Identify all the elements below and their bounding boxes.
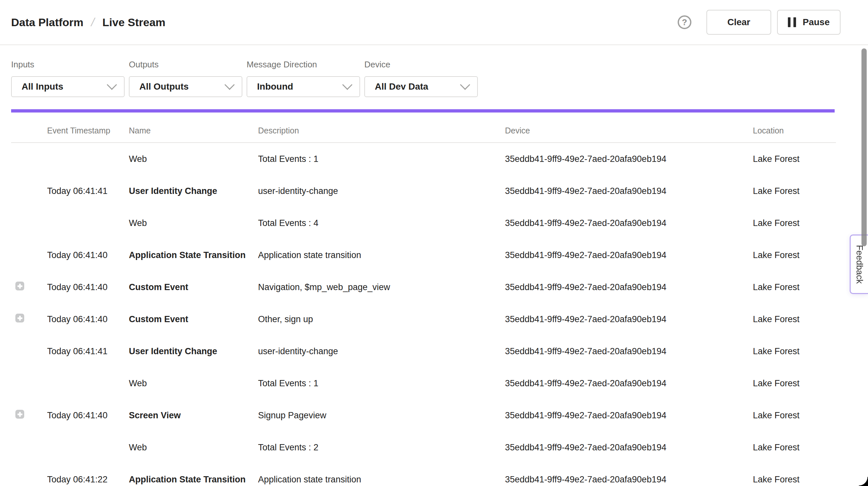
cell-name: Custom Event xyxy=(129,282,258,293)
cell-name: Web xyxy=(129,154,258,164)
cell-description: Application state transition xyxy=(258,250,505,260)
feedback-tab-label: Feedback xyxy=(854,245,864,284)
cell-description: Total Events : 2 xyxy=(258,443,505,453)
event-table: Event Timestamp Name Description Device … xyxy=(11,113,836,486)
cell-name: Application State Transition xyxy=(129,475,258,485)
table-row[interactable]: Today 06:41:40 Screen View Signup Pagevi… xyxy=(11,399,836,431)
chevron-down-icon xyxy=(342,80,352,90)
cell-name: Application State Transition xyxy=(129,250,258,260)
breadcrumb-separator: / xyxy=(90,16,96,29)
table-row[interactable]: Today 06:41:41 User Identity Change user… xyxy=(11,175,836,207)
cell-device: 35eddb41-9ff9-49e2-7aed-20afa90eb194 xyxy=(505,218,753,228)
cell-description: Total Events : 1 xyxy=(258,154,505,164)
cell-name: Screen View xyxy=(129,411,258,421)
cell-timestamp: Today 06:41:22 xyxy=(47,475,129,485)
column-description: Description xyxy=(258,126,505,135)
device-dropdown[interactable]: All Dev Data xyxy=(364,76,478,97)
clear-button[interactable]: Clear xyxy=(707,10,771,35)
expand-button[interactable] xyxy=(16,314,24,323)
cell-location: Lake Forest xyxy=(753,250,836,260)
cell-device: 35eddb41-9ff9-49e2-7aed-20afa90eb194 xyxy=(505,282,753,293)
expand-button[interactable] xyxy=(16,282,24,291)
dropdown-value: Inbound xyxy=(257,82,293,92)
table-row[interactable]: Today 06:41:40 Application State Transit… xyxy=(11,239,836,271)
event-table-body: Web Total Events : 1 35eddb41-9ff9-49e2-… xyxy=(11,143,836,486)
filter-device: Device All Dev Data xyxy=(364,60,478,97)
table-row[interactable]: Web Total Events : 1 35eddb41-9ff9-49e2-… xyxy=(11,367,836,399)
cell-location: Lake Forest xyxy=(753,186,836,196)
expand-button[interactable] xyxy=(16,410,24,419)
cell-description: Total Events : 4 xyxy=(258,218,505,228)
table-row[interactable]: Web Total Events : 4 35eddb41-9ff9-49e2-… xyxy=(11,207,836,239)
cell-description: Signup Pageview xyxy=(258,411,505,421)
clear-button-label: Clear xyxy=(727,17,750,28)
column-name: Name xyxy=(129,126,258,135)
page-title: Live Stream xyxy=(102,16,165,29)
vertical-scrollbar-thumb[interactable] xyxy=(862,49,867,246)
cell-name: Web xyxy=(129,443,258,453)
cell-description: user-identity-change xyxy=(258,346,505,357)
outputs-dropdown[interactable]: All Outputs xyxy=(129,76,242,97)
cell-description: Navigation, $mp_web_page_view xyxy=(258,282,505,293)
column-device: Device xyxy=(505,126,753,135)
cell-device: 35eddb41-9ff9-49e2-7aed-20afa90eb194 xyxy=(505,411,753,421)
pause-button-label: Pause xyxy=(803,17,830,28)
filter-inputs: Inputs All Inputs xyxy=(11,60,125,97)
cell-location: Lake Forest xyxy=(753,378,836,389)
cell-timestamp: Today 06:41:40 xyxy=(47,250,129,260)
cell-timestamp: Today 06:41:41 xyxy=(47,186,129,196)
cell-device: 35eddb41-9ff9-49e2-7aed-20afa90eb194 xyxy=(505,186,753,196)
top-actions: ? Clear Pause xyxy=(678,10,840,35)
table-row[interactable]: Today 06:41:40 Custom Event Other, sign … xyxy=(11,303,836,335)
top-bar: Data Platform / Live Stream ? Clear Paus… xyxy=(0,0,868,45)
table-row[interactable]: Web Total Events : 1 35eddb41-9ff9-49e2-… xyxy=(11,143,836,175)
cell-location: Lake Forest xyxy=(753,346,836,357)
cell-location: Lake Forest xyxy=(753,154,836,164)
cell-device: 35eddb41-9ff9-49e2-7aed-20afa90eb194 xyxy=(505,250,753,260)
cell-device: 35eddb41-9ff9-49e2-7aed-20afa90eb194 xyxy=(505,346,753,357)
filter-label: Outputs xyxy=(129,60,242,70)
column-event-timestamp: Event Timestamp xyxy=(47,126,129,135)
table-header-row: Event Timestamp Name Description Device … xyxy=(11,113,836,143)
cell-timestamp: Today 06:41:40 xyxy=(47,282,129,293)
live-stream-progress-bar xyxy=(11,109,835,113)
breadcrumb-section[interactable]: Data Platform xyxy=(11,16,84,29)
filter-label: Inputs xyxy=(11,60,125,70)
cell-description: Total Events : 1 xyxy=(258,378,505,389)
chevron-down-icon xyxy=(460,80,470,90)
message-direction-dropdown[interactable]: Inbound xyxy=(247,76,360,97)
cell-location: Lake Forest xyxy=(753,411,836,421)
chevron-down-icon xyxy=(224,80,235,90)
cell-location: Lake Forest xyxy=(753,475,836,485)
cell-device: 35eddb41-9ff9-49e2-7aed-20afa90eb194 xyxy=(505,154,753,164)
pause-icon xyxy=(788,17,796,27)
cell-location: Lake Forest xyxy=(753,314,836,325)
pause-button[interactable]: Pause xyxy=(777,10,840,35)
cell-timestamp: Today 06:41:41 xyxy=(47,346,129,357)
cell-timestamp: Today 06:41:40 xyxy=(47,411,129,421)
dropdown-value: All Inputs xyxy=(22,82,63,92)
inputs-dropdown[interactable]: All Inputs xyxy=(11,76,125,97)
chevron-down-icon xyxy=(106,80,117,90)
cell-location: Lake Forest xyxy=(753,218,836,228)
table-row[interactable]: Today 06:41:40 Custom Event Navigation, … xyxy=(11,271,836,303)
cell-name: Web xyxy=(129,378,258,389)
cell-description: Other, sign up xyxy=(258,314,505,325)
cell-name: User Identity Change xyxy=(129,186,258,196)
help-icon[interactable]: ? xyxy=(678,16,691,29)
cell-device: 35eddb41-9ff9-49e2-7aed-20afa90eb194 xyxy=(505,443,753,453)
window-corner xyxy=(859,477,868,486)
filter-label: Device xyxy=(364,60,478,70)
cell-location: Lake Forest xyxy=(753,443,836,453)
table-row[interactable]: Web Total Events : 2 35eddb41-9ff9-49e2-… xyxy=(11,431,836,463)
cell-device: 35eddb41-9ff9-49e2-7aed-20afa90eb194 xyxy=(505,314,753,325)
cell-device: 35eddb41-9ff9-49e2-7aed-20afa90eb194 xyxy=(505,475,753,485)
table-row[interactable]: Today 06:41:41 User Identity Change user… xyxy=(11,335,836,367)
column-location: Location xyxy=(753,126,836,135)
cell-description: user-identity-change xyxy=(258,186,505,196)
filter-bar: Inputs All Inputs Outputs All Outputs Me… xyxy=(0,45,868,97)
cell-device: 35eddb41-9ff9-49e2-7aed-20afa90eb194 xyxy=(505,378,753,389)
filter-outputs: Outputs All Outputs xyxy=(129,60,242,97)
table-row[interactable]: Today 06:41:22 Application State Transit… xyxy=(11,463,836,486)
dropdown-value: All Outputs xyxy=(139,82,189,92)
